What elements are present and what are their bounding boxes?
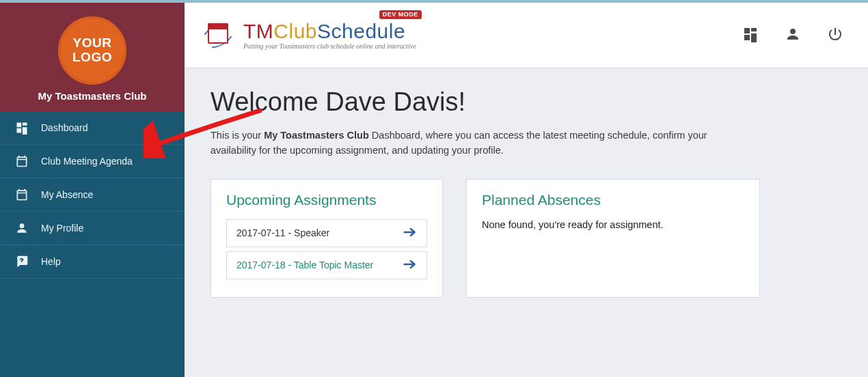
assignment-row[interactable]: 2017-07-18 - Table Topic Master	[226, 251, 427, 279]
dashboard-icon[interactable]	[742, 26, 759, 45]
sidebar-item-label: Help	[41, 256, 61, 267]
assignment-text: 2017-07-18 - Table Topic Master	[236, 260, 373, 270]
brand-title: TMClubSchedule	[243, 21, 416, 42]
planned-absences-empty: None found, you're ready for assignment.	[482, 219, 744, 230]
brand-logo-icon	[201, 16, 235, 55]
dashboard-icon	[15, 121, 29, 135]
main: DEV MODE TMClubSchedule Putting your Toa…	[185, 3, 868, 377]
upcoming-assignments-card: Upcoming Assignments 2017-07-11 - Speake…	[211, 179, 443, 298]
sidebar-item-help[interactable]: Help	[0, 245, 185, 279]
club-name: My Toastmasters Club	[7, 90, 178, 102]
sidebar-header: YOUR LOGO My Toastmasters Club	[0, 3, 185, 111]
arrow-right-icon	[403, 259, 417, 272]
assignment-list: 2017-07-11 - Speaker 2017-07-18 - Table …	[226, 219, 427, 279]
sidebar-nav: Dashboard Club Meeting Agenda My Absence…	[0, 111, 185, 279]
sidebar-item-label: Club Meeting Agenda	[41, 156, 133, 167]
club-logo-placeholder: YOUR LOGO	[58, 16, 126, 85]
sidebar-item-label: My Absence	[41, 189, 93, 200]
planned-absences-card: Planned Absences None found, you're read…	[466, 179, 760, 298]
person-icon	[15, 221, 29, 235]
topbar-actions	[742, 26, 843, 45]
sidebar-item-absence[interactable]: My Absence	[0, 178, 185, 212]
power-icon[interactable]	[827, 26, 843, 45]
intro-text: This is your My Toastmasters Club Dashbo…	[211, 128, 730, 158]
sidebar: YOUR LOGO My Toastmasters Club Dashboard…	[0, 3, 185, 377]
upcoming-assignments-title: Upcoming Assignments	[226, 192, 427, 208]
brand: DEV MODE TMClubSchedule Putting your Toa…	[201, 16, 416, 55]
brand-tagline: Putting your Toastmasters club schedule …	[243, 43, 416, 50]
dashboard-cards: Upcoming Assignments 2017-07-11 - Speake…	[211, 179, 831, 298]
assignment-row[interactable]: 2017-07-11 - Speaker	[226, 219, 427, 247]
calendar-icon	[15, 154, 29, 168]
sidebar-item-dashboard[interactable]: Dashboard	[0, 111, 185, 145]
sidebar-item-label: Dashboard	[41, 122, 88, 133]
page-title: Welcome Dave Davis!	[211, 87, 831, 117]
assignment-text: 2017-07-11 - Speaker	[236, 227, 329, 238]
arrow-right-icon	[403, 227, 417, 240]
app-root: YOUR LOGO My Toastmasters Club Dashboard…	[0, 0, 868, 377]
sidebar-item-label: My Profile	[41, 223, 83, 234]
planned-absences-title: Planned Absences	[482, 192, 744, 208]
brand-text: DEV MODE TMClubSchedule Putting your Toa…	[243, 21, 416, 50]
help-icon	[15, 255, 29, 268]
sidebar-item-agenda[interactable]: Club Meeting Agenda	[0, 145, 185, 178]
sidebar-item-profile[interactable]: My Profile	[0, 212, 185, 245]
dev-mode-badge: DEV MODE	[379, 10, 422, 19]
logo-placeholder-text: YOUR LOGO	[61, 36, 124, 65]
calendar-icon	[15, 188, 29, 201]
account-icon[interactable]	[785, 26, 801, 45]
topbar: DEV MODE TMClubSchedule Putting your Toa…	[185, 3, 868, 68]
content: Welcome Dave Davis! This is your My Toas…	[185, 68, 868, 318]
